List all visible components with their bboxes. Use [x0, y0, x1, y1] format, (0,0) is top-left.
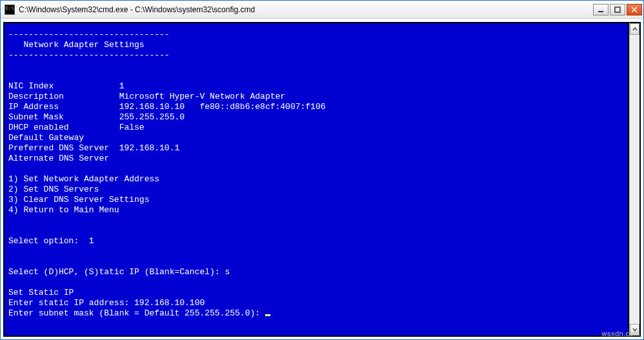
set-static-header: Set Static IP: [8, 288, 624, 298]
client-area: -------------------------------- Network…: [1, 19, 643, 339]
cmd-icon: [5, 5, 15, 15]
header-rule-bottom: --------------------------------: [8, 50, 624, 61]
minimize-button[interactable]: [593, 4, 609, 15]
field-alt-dns: Alternate DNS Server: [8, 154, 624, 164]
field-pref-dns: Preferred DNS Server 192.168.10.1: [8, 143, 624, 154]
cmd-window: C:\Windows\System32\cmd.exe - C:\Windows…: [0, 0, 644, 340]
vertical-scrollbar[interactable]: [629, 22, 641, 337]
console-output[interactable]: -------------------------------- Network…: [3, 22, 629, 337]
menu-opt4: 4) Return to Main Menu: [8, 205, 624, 215]
header-title: Network Adapter Settings: [8, 40, 624, 50]
close-button[interactable]: [627, 4, 642, 15]
chevron-up-icon: [632, 26, 638, 32]
prompt-subnet: Enter subnet mask (Blank = Default 255.2…: [8, 308, 624, 319]
minimize-icon: [598, 6, 604, 13]
scroll-up-button[interactable]: [630, 23, 639, 35]
close-icon: [631, 6, 638, 13]
prompt-select-option: Select option: 1: [8, 236, 624, 246]
prompt-static-ip: Enter static IP address: 192.168.10.100: [8, 298, 624, 308]
prompt-dhcp-static: Select (D)HCP, (S)tatic IP (Blank=Cancel…: [8, 267, 624, 277]
scroll-track[interactable]: [630, 35, 639, 324]
field-nic-index: NIC Index 1: [8, 81, 624, 92]
field-description: Description Microsoft Hyper-V Network Ad…: [8, 92, 624, 102]
maximize-icon: [614, 6, 621, 13]
header-rule-top: --------------------------------: [8, 30, 624, 40]
cursor: [265, 314, 270, 316]
watermark: wsxdn.com: [601, 330, 640, 337]
titlebar[interactable]: C:\Windows\System32\cmd.exe - C:\Windows…: [1, 1, 643, 19]
field-gateway: Default Gateway: [8, 133, 624, 143]
menu-opt2: 2) Set DNS Servers: [8, 185, 624, 195]
maximize-button[interactable]: [610, 4, 625, 15]
field-dhcp: DHCP enabled False: [8, 123, 624, 133]
field-ip: IP Address 192.168.10.10 fe80::d8b6:e8cf…: [8, 102, 624, 112]
field-subnet: Subnet Mask 255.255.255.0: [8, 112, 624, 123]
window-title: C:\Windows\System32\cmd.exe - C:\Windows…: [19, 5, 593, 14]
window-controls: [593, 4, 642, 15]
svg-rect-1: [615, 7, 620, 12]
menu-opt3: 3) Clear DNS Server Settings: [8, 195, 624, 205]
menu-opt1: 1) Set Network Adapter Address: [8, 174, 624, 185]
